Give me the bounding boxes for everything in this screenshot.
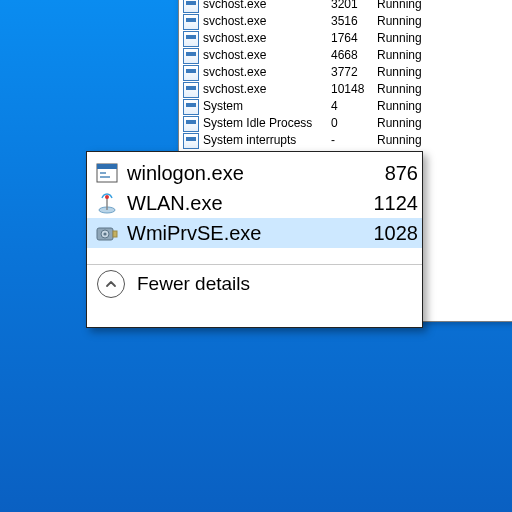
chevron-up-icon (97, 270, 125, 298)
process-status: Running (377, 30, 512, 47)
process-name: svchost.exe (203, 0, 331, 13)
process-pid: 3516 (331, 13, 377, 30)
process-status: Running (377, 115, 512, 132)
process-pid: 4 (331, 98, 377, 115)
exe-icon (183, 116, 199, 132)
process-status: Running (377, 13, 512, 30)
process-name: svchost.exe (203, 81, 331, 98)
list-item-winlogon[interactable]: winlogon.exe 876 (87, 158, 422, 188)
app-window-icon (95, 161, 119, 185)
process-table: svchost.exe 3201 Running svchost.exe 351… (183, 0, 512, 149)
camera-icon (95, 221, 119, 245)
svg-rect-1 (97, 164, 117, 169)
svg-point-9 (103, 232, 106, 235)
process-pid: - (331, 132, 377, 149)
fewer-details-button[interactable]: Fewer details (87, 265, 422, 303)
process-name: WLAN.exe (127, 192, 356, 215)
process-status: Running (377, 132, 512, 149)
process-status: Running (377, 64, 512, 81)
process-pid: 10148 (331, 81, 377, 98)
fewer-details-label: Fewer details (137, 273, 250, 295)
table-row[interactable]: svchost.exe 3201 Running (183, 0, 512, 13)
exe-icon (183, 133, 199, 149)
exe-icon (183, 31, 199, 47)
process-status: Running (377, 98, 512, 115)
process-name: System interrupts (203, 132, 331, 149)
table-row[interactable]: System Idle Process 0 Running (183, 115, 512, 132)
exe-icon (183, 14, 199, 30)
exe-icon (183, 99, 199, 115)
process-pid: 876 (356, 162, 422, 185)
process-status: Running (377, 47, 512, 64)
table-row[interactable]: svchost.exe 1764 Running (183, 30, 512, 47)
process-pid: 1764 (331, 30, 377, 47)
wireless-icon (95, 191, 119, 215)
list-item-wmiprvse[interactable]: WmiPrvSE.exe 1028 (87, 218, 422, 248)
exe-icon (183, 48, 199, 64)
table-row[interactable]: svchost.exe 4668 Running (183, 47, 512, 64)
process-pid: 3201 (331, 0, 377, 13)
process-name: svchost.exe (203, 30, 331, 47)
svg-rect-10 (113, 231, 117, 237)
process-pid: 1028 (356, 222, 422, 245)
process-pid: 4668 (331, 47, 377, 64)
svg-rect-2 (100, 172, 106, 174)
process-name: System Idle Process (203, 115, 331, 132)
process-name: winlogon.exe (127, 162, 356, 185)
svg-point-6 (105, 195, 109, 199)
table-row[interactable]: svchost.exe 3772 Running (183, 64, 512, 81)
process-name: svchost.exe (203, 47, 331, 64)
exe-icon (183, 0, 199, 13)
exe-icon (183, 82, 199, 98)
process-pid: 1124 (356, 192, 422, 215)
task-manager-simple-popup: winlogon.exe 876 WLAN.exe 1124 (86, 151, 423, 328)
table-row[interactable]: svchost.exe 10148 Running (183, 81, 512, 98)
process-name: System (203, 98, 331, 115)
exe-icon (183, 65, 199, 81)
process-status: Running (377, 0, 512, 13)
process-name: WmiPrvSE.exe (127, 222, 356, 245)
table-row[interactable]: System interrupts - Running (183, 132, 512, 149)
table-row[interactable]: svchost.exe 3516 Running (183, 13, 512, 30)
process-status: Running (377, 81, 512, 98)
process-name: svchost.exe (203, 13, 331, 30)
list-item-wlan[interactable]: WLAN.exe 1124 (87, 188, 422, 218)
process-list: winlogon.exe 876 WLAN.exe 1124 (87, 152, 422, 248)
svg-rect-3 (100, 176, 110, 178)
process-pid: 3772 (331, 64, 377, 81)
process-pid: 0 (331, 115, 377, 132)
table-row[interactable]: System 4 Running (183, 98, 512, 115)
process-name: svchost.exe (203, 64, 331, 81)
